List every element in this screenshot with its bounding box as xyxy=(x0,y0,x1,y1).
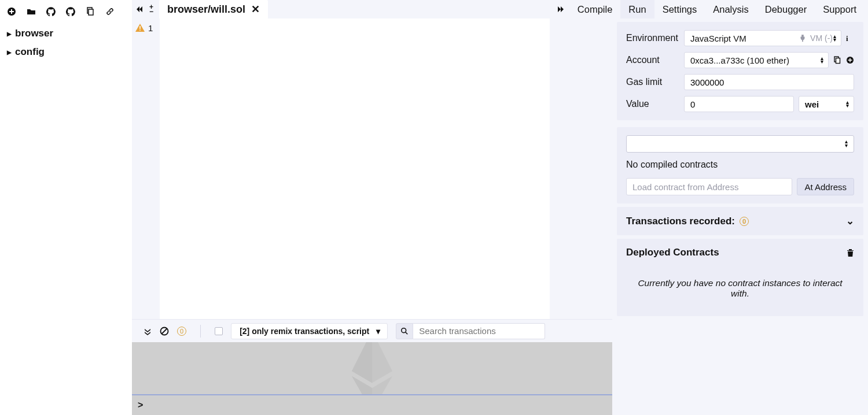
tab-analysis[interactable]: Analysis xyxy=(705,0,756,18)
gas-limit-input[interactable] xyxy=(684,74,854,90)
svg-rect-6 xyxy=(139,29,141,31)
svg-rect-15 xyxy=(848,60,852,61)
divider xyxy=(200,325,201,338)
terminal-toolbar: 0 [2] only remix transactions, script ▾ xyxy=(132,319,612,342)
tab-debugger[interactable]: Debugger xyxy=(757,0,815,18)
tab-run[interactable]: Run xyxy=(620,0,654,18)
no-compiled-message: No compiled contracts xyxy=(626,160,854,170)
value-unit-select[interactable]: wei ▴▾ xyxy=(799,96,854,112)
caret-right-icon: ▶ xyxy=(7,49,12,55)
font-decrease-icon[interactable]: − xyxy=(149,9,153,14)
contract-deploy-panel: ▴▾ No compiled contracts Load contract f… xyxy=(617,127,863,203)
svg-rect-12 xyxy=(836,58,840,64)
account-value: 0xca3...a733c (100 ether) xyxy=(690,55,789,65)
tab-settings[interactable]: Settings xyxy=(654,0,705,18)
warning-bar[interactable]: 1 xyxy=(132,18,160,319)
svg-rect-2 xyxy=(9,11,14,12)
folder-label: config xyxy=(15,46,45,58)
collapse-terminal-icon[interactable] xyxy=(144,327,152,335)
terminal-output[interactable] xyxy=(132,342,612,394)
right-tabs: Compile Run Settings Analysis Debugger S… xyxy=(612,0,868,18)
chevron-down-icon[interactable]: ⌄ xyxy=(846,215,854,227)
collapse-panel-icon[interactable] xyxy=(135,5,144,13)
editor-tab[interactable]: browser/will.sol ✕ xyxy=(159,0,268,18)
copy-address-icon[interactable] xyxy=(833,56,841,64)
plug-icon xyxy=(799,34,807,42)
tx-filter-select[interactable]: [2] only remix transactions, script ▾ xyxy=(231,323,388,339)
search-transactions-input[interactable] xyxy=(413,323,545,339)
tab-compile[interactable]: Compile xyxy=(569,0,621,18)
svg-rect-4 xyxy=(89,9,93,15)
environment-label: Environment xyxy=(626,33,684,43)
svg-rect-5 xyxy=(139,26,141,29)
svg-point-9 xyxy=(402,328,406,332)
file-explorer-panel: ▶ browser ▶ config xyxy=(0,0,132,415)
value-unit: wei xyxy=(805,99,819,109)
gas-limit-label: Gas limit xyxy=(626,77,684,87)
environment-value: JavaScript VM xyxy=(690,34,746,43)
pending-tx-badge: 0 xyxy=(177,327,186,336)
add-account-icon[interactable] xyxy=(846,56,854,64)
contract-select[interactable]: ▴▾ xyxy=(626,135,854,153)
tab-support[interactable]: Support xyxy=(815,0,865,18)
editor-tabbar: + − browser/will.sol ✕ xyxy=(132,0,612,18)
open-folder-icon[interactable] xyxy=(27,7,36,16)
info-icon[interactable]: i xyxy=(846,34,854,42)
caret-updown-icon: ▴▾ xyxy=(845,139,848,147)
code-editor[interactable] xyxy=(545,18,550,319)
link-icon[interactable] xyxy=(105,7,115,16)
github-icon[interactable] xyxy=(66,7,75,16)
environment-select[interactable]: JavaScript VM VM (-) ▴▾ xyxy=(684,30,841,46)
transactions-recorded-section: Transactions recorded: 0 ⌄ xyxy=(617,207,863,235)
no-deployed-message: Currently you have no contract instances… xyxy=(626,258,854,308)
terminal-prompt: > xyxy=(138,400,143,410)
copy-files-icon[interactable] xyxy=(86,7,95,16)
warning-icon xyxy=(135,23,145,32)
value-input[interactable] xyxy=(684,96,794,112)
environment-note: VM (-) xyxy=(810,34,833,43)
ethereum-logo-icon xyxy=(346,342,398,394)
load-address-input[interactable]: Load contract from Address xyxy=(626,178,792,195)
svg-line-10 xyxy=(406,332,408,334)
editor-gutter xyxy=(160,18,545,319)
caret-updown-icon: ▴▾ xyxy=(833,35,836,42)
deployed-title: Deployed Contracts xyxy=(626,247,719,258)
deployed-contracts-section: Deployed Contracts Currently you have no… xyxy=(617,239,863,316)
tree-folder-browser[interactable]: ▶ browser xyxy=(6,24,126,43)
listen-checkbox[interactable] xyxy=(215,327,223,335)
search-icon[interactable] xyxy=(396,323,413,339)
github-icon[interactable] xyxy=(46,7,56,16)
account-select[interactable]: 0xca3...a733c (100 ether) ▴▾ xyxy=(684,52,829,68)
trash-icon[interactable] xyxy=(847,249,854,257)
caret-updown-icon: ▴▾ xyxy=(846,101,849,108)
expand-panel-icon[interactable] xyxy=(552,0,569,18)
terminal-input[interactable]: > xyxy=(132,394,612,415)
account-label: Account xyxy=(626,55,684,65)
caret-updown-icon: ▴▾ xyxy=(821,57,823,64)
run-settings-panel: Environment JavaScript VM VM (-) ▴▾ i Ac… xyxy=(617,22,863,120)
tx-recorded-count: 0 xyxy=(740,217,749,226)
warning-count: 1 xyxy=(148,23,153,33)
at-address-button[interactable]: At Address xyxy=(797,178,854,195)
caret-right-icon: ▶ xyxy=(7,31,12,37)
clear-terminal-icon[interactable] xyxy=(160,327,169,336)
caret-down-icon: ▾ xyxy=(376,327,380,336)
value-label: Value xyxy=(626,99,684,109)
folder-label: browser xyxy=(15,28,53,39)
tree-folder-config[interactable]: ▶ config xyxy=(6,43,126,61)
tx-recorded-title: Transactions recorded: xyxy=(626,216,735,227)
svg-line-8 xyxy=(162,328,167,334)
close-tab-icon[interactable]: ✕ xyxy=(251,3,260,16)
new-file-icon[interactable] xyxy=(7,7,16,16)
tab-title: browser/will.sol xyxy=(167,3,245,16)
filter-label: [2] only remix transactions, script xyxy=(240,327,369,336)
